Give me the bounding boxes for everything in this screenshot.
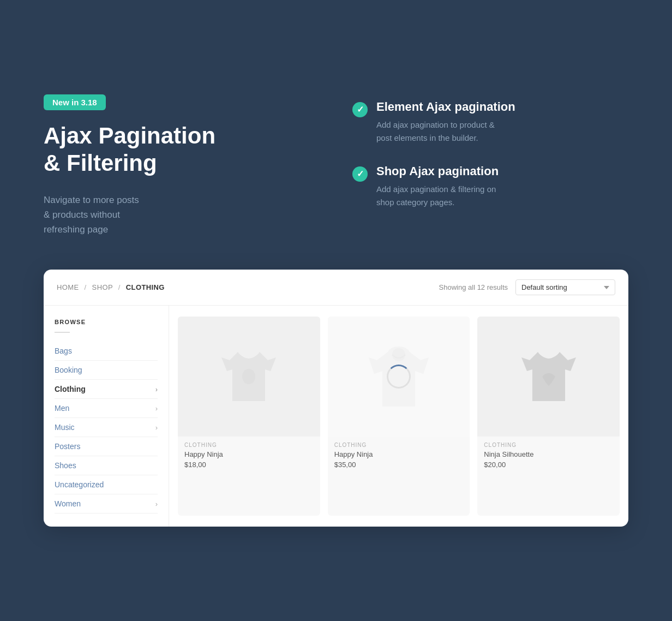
product-image-2	[328, 317, 470, 437]
feature-text-2: Shop Ajax pagination Add ajax pagination…	[376, 164, 499, 209]
product-card-3[interactable]: CLOTHING Ninja Silhouette $20,00	[477, 317, 620, 516]
feature-title-1: Element Ajax pagination	[376, 100, 515, 114]
right-col: Element Ajax pagination Add ajax paginat…	[352, 94, 628, 209]
check-icon-2	[352, 166, 368, 182]
browse-label: BROWSE	[55, 319, 158, 325]
tshirt-icon-2	[521, 347, 576, 407]
product-card-1[interactable]: CLOTHING Happy Ninja $18,00	[178, 317, 320, 516]
breadcrumb-sep2: /	[118, 283, 121, 291]
breadcrumb-home[interactable]: HOME	[57, 283, 79, 291]
sidebar-item-clothing-label: Clothing	[55, 385, 86, 393]
sidebar-item-posters-label: Posters	[55, 442, 80, 451]
product-card-2[interactable]: CLOTHING Happy Ninja $35,00	[328, 317, 470, 516]
sidebar-item-shoes[interactable]: Shoes	[55, 456, 158, 475]
check-icon-1	[352, 102, 368, 117]
sort-area: Showing all 12 results Default sorting S…	[439, 279, 615, 295]
sidebar-item-men-label: Men	[55, 404, 69, 413]
product-info-1: CLOTHING Happy Ninja $18,00	[178, 437, 320, 476]
tshirt-icon-1	[221, 347, 276, 407]
chevron-down-icon-music: ›	[155, 423, 158, 432]
sidebar-item-uncategorized[interactable]: Uncategorized	[55, 475, 158, 494]
sidebar-item-bags[interactable]: Bags	[55, 342, 158, 361]
sidebar: BROWSE Bags Booking Clothing › Men › Mu	[44, 306, 169, 527]
product-price-2: $35,00	[334, 461, 464, 469]
breadcrumb-active: CLOTHING	[126, 283, 165, 291]
breadcrumb-sep1: /	[85, 283, 87, 291]
sidebar-item-uncategorized-label: Uncategorized	[55, 480, 104, 489]
top-section: New in 3.18 Ajax Pagination& Filtering N…	[44, 94, 628, 237]
sidebar-item-clothing[interactable]: Clothing ›	[55, 380, 158, 399]
sidebar-item-posters[interactable]: Posters	[55, 437, 158, 456]
main-title: Ajax Pagination& Filtering	[44, 122, 320, 177]
shop-header: HOME / SHOP / CLOTHING Showing all 12 re…	[44, 270, 628, 306]
left-col: New in 3.18 Ajax Pagination& Filtering N…	[44, 94, 320, 237]
feature-text-1: Element Ajax pagination Add ajax paginat…	[376, 100, 515, 145]
product-image-3	[477, 317, 620, 437]
spinner-overlay	[328, 317, 470, 437]
loading-spinner	[387, 365, 411, 389]
product-name-3: Ninja Silhouette	[484, 450, 613, 458]
chevron-down-icon-women: ›	[155, 500, 158, 508]
feature-item-1: Element Ajax pagination Add ajax paginat…	[352, 100, 628, 145]
results-text: Showing all 12 results	[439, 283, 508, 291]
browse-divider	[55, 332, 70, 333]
product-category-2: CLOTHING	[334, 442, 464, 448]
shop-card: HOME / SHOP / CLOTHING Showing all 12 re…	[44, 270, 628, 527]
breadcrumb: HOME / SHOP / CLOTHING	[57, 283, 165, 291]
version-badge: New in 3.18	[44, 94, 106, 110]
feature-desc-1: Add ajax pagination to product &post ele…	[376, 118, 515, 145]
product-category-1: CLOTHING	[184, 442, 314, 448]
product-category-3: CLOTHING	[484, 442, 613, 448]
svg-point-0	[242, 369, 255, 384]
product-price-1: $18,00	[184, 461, 314, 469]
sidebar-item-shoes-label: Shoes	[55, 461, 76, 470]
sidebar-item-bags-label: Bags	[55, 347, 72, 355]
sidebar-item-booking[interactable]: Booking	[55, 361, 158, 380]
product-name-1: Happy Ninja	[184, 450, 314, 458]
sidebar-item-women[interactable]: Women ›	[55, 494, 158, 513]
outer-container: New in 3.18 Ajax Pagination& Filtering N…	[44, 94, 628, 527]
product-info-3: CLOTHING Ninja Silhouette $20,00	[477, 437, 620, 476]
products-area: CLOTHING Happy Ninja $18,00	[169, 306, 628, 527]
product-image-1	[178, 317, 320, 437]
product-price-3: $20,00	[484, 461, 613, 469]
shop-body: BROWSE Bags Booking Clothing › Men › Mu	[44, 306, 628, 527]
feature-title-2: Shop Ajax pagination	[376, 164, 499, 178]
feature-item-2: Shop Ajax pagination Add ajax pagination…	[352, 164, 628, 209]
chevron-down-icon-men: ›	[155, 404, 158, 413]
chevron-down-icon-clothing: ›	[155, 385, 158, 393]
sidebar-item-women-label: Women	[55, 499, 81, 508]
main-description: Navigate to more posts& products without…	[44, 193, 320, 237]
sidebar-item-booking-label: Booking	[55, 366, 82, 374]
sidebar-item-music-label: Music	[55, 423, 75, 432]
sidebar-item-music[interactable]: Music ›	[55, 418, 158, 437]
product-info-2: CLOTHING Happy Ninja $35,00	[328, 437, 470, 476]
sidebar-item-men[interactable]: Men ›	[55, 399, 158, 418]
feature-desc-2: Add ajax pagination & filtering onshop c…	[376, 183, 499, 209]
breadcrumb-shop[interactable]: SHOP	[92, 283, 113, 291]
product-name-2: Happy Ninja	[334, 450, 464, 458]
sort-select[interactable]: Default sorting Sort by popularity Sort …	[515, 279, 615, 295]
